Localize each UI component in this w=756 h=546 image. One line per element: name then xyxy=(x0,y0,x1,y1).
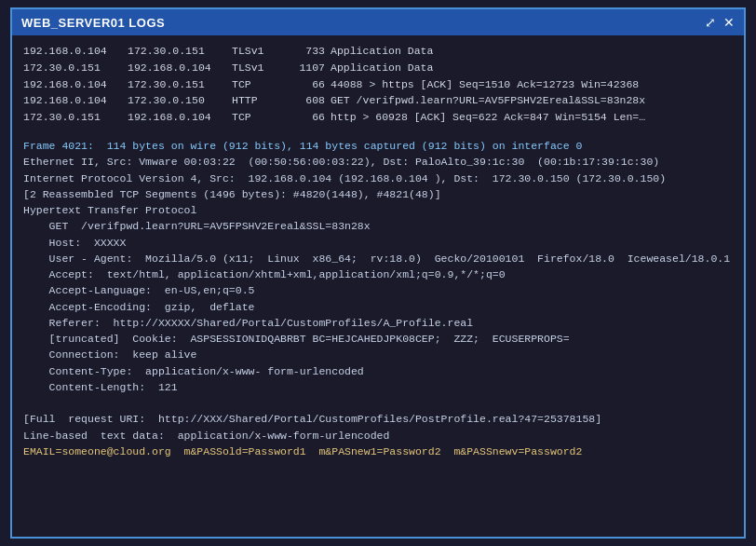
expand-icon[interactable]: ⤢ xyxy=(705,15,716,30)
http-detail-line: GET /verifpwd.learn?URL=AV5FPSHV2Ereal&S… xyxy=(23,218,733,234)
full-uri-line: [Full request URI: http://XXX/Shared/Por… xyxy=(23,411,733,427)
ethernet-line: Ethernet II, Src: Vmware 00:03:22 (00:50… xyxy=(23,154,733,170)
log-row: 192.168.0.104172.30.0.151TLSv1733Applica… xyxy=(23,43,733,60)
col-proto: TLSv1 xyxy=(232,43,284,60)
col-ip2: 192.168.0.104 xyxy=(128,109,232,126)
window-controls[interactable]: ⤢ ✕ xyxy=(705,15,735,30)
col-proto: TCP xyxy=(232,76,284,93)
col-ip2: 172.30.0.151 xyxy=(128,76,232,93)
http-detail-line: User - Agent: Mozilla/5.0 (x11; Linux x8… xyxy=(23,251,733,266)
http-detail-line: Content-Length: 121 xyxy=(23,379,733,395)
col-num: 66 xyxy=(284,109,331,126)
col-num: 733 xyxy=(284,43,331,60)
http-detail-line: Accept-Encoding: gzip, deflate xyxy=(23,299,733,315)
http-detail-line: Connection: keep alive xyxy=(23,347,733,362)
main-window: WEB_SERVER01 LOGS ⤢ ✕ 192.168.0.104172.3… xyxy=(10,7,746,539)
col-ip1: 172.30.0.151 xyxy=(23,109,128,126)
col-num: 608 xyxy=(284,92,331,109)
http-label: Hypertext Transfer Protocol xyxy=(23,202,733,218)
col-ip1: 192.168.0.104 xyxy=(23,92,128,109)
col-proto: TLSv1 xyxy=(232,60,284,76)
frame-line: Frame 4021: 114 bytes on wire (912 bits)… xyxy=(23,138,733,154)
col-ip1: 192.168.0.104 xyxy=(23,43,128,60)
col-desc: Application Data xyxy=(331,60,433,76)
col-num: 66 xyxy=(284,76,331,93)
col-ip1: 192.168.0.104 xyxy=(23,76,128,93)
http-detail-line: [truncated] Cookie: ASPSESSIONIDQABRBT B… xyxy=(23,331,733,347)
col-desc: GET /verifpwd.learn?URL=AV5FPSHV2Ereal&S… xyxy=(331,92,645,109)
email-line: EMAIL=someone@cloud.org m&PASSold=Passwo… xyxy=(23,444,733,459)
divider xyxy=(23,131,733,132)
log-row: 172.30.0.151192.168.0.104TLSv11107Applic… xyxy=(23,60,733,76)
col-ip2: 172.30.0.150 xyxy=(128,92,232,109)
col-proto: TCP xyxy=(232,109,284,126)
http-detail-line: Content-Type: application/x-www- form-ur… xyxy=(23,363,733,379)
col-proto: HTTP xyxy=(232,92,284,109)
http-detail-line: Accept-Language: en-US,en;q=0.5 xyxy=(23,282,733,298)
window-title: WEB_SERVER01 LOGS xyxy=(21,16,165,30)
http-lines: GET /verifpwd.learn?URL=AV5FPSHV2Ereal&S… xyxy=(23,218,733,395)
log-row: 172.30.0.151192.168.0.104TCP66http > 609… xyxy=(23,109,733,126)
col-num: 1107 xyxy=(284,60,331,76)
http-detail-line: Host: XXXXX xyxy=(23,235,733,251)
spacer-line xyxy=(23,395,733,411)
col-ip2: 192.168.0.104 xyxy=(128,60,232,76)
log-content: 192.168.0.104172.30.0.151TLSv1733Applica… xyxy=(12,35,744,537)
log-row: 192.168.0.104172.30.0.151TCP6644088 > ht… xyxy=(23,76,733,93)
ip-line: Internet Protocol Version 4, Src: 192.16… xyxy=(23,171,733,186)
close-icon[interactable]: ✕ xyxy=(723,15,735,30)
col-ip1: 172.30.0.151 xyxy=(23,60,128,76)
col-desc: Application Data xyxy=(331,43,433,60)
col-ip2: 172.30.0.151 xyxy=(128,43,232,60)
tcp-line: [2 Reassembled TCP Segments (1496 bytes)… xyxy=(23,186,733,202)
http-detail-line: Accept: text/html, application/xhtml+xml… xyxy=(23,266,733,282)
col-desc: http > 60928 [ACK] Seq=622 Ack=847 Win=5… xyxy=(331,109,645,126)
titlebar: WEB_SERVER01 LOGS ⤢ ✕ xyxy=(12,9,744,35)
line-based-line: Line-based text data: application/x-www-… xyxy=(23,428,733,444)
log-table: 192.168.0.104172.30.0.151TLSv1733Applica… xyxy=(23,43,733,126)
http-detail-line: Referer: http://XXXXX/Shared/Portal/Cust… xyxy=(23,315,733,331)
col-desc: 44088 > https [ACK] Seq=1510 Ack=12723 W… xyxy=(331,76,639,93)
detail-block: Frame 4021: 114 bytes on wire (912 bits)… xyxy=(23,138,733,459)
log-row: 192.168.0.104172.30.0.150HTTP608GET /ver… xyxy=(23,92,733,109)
